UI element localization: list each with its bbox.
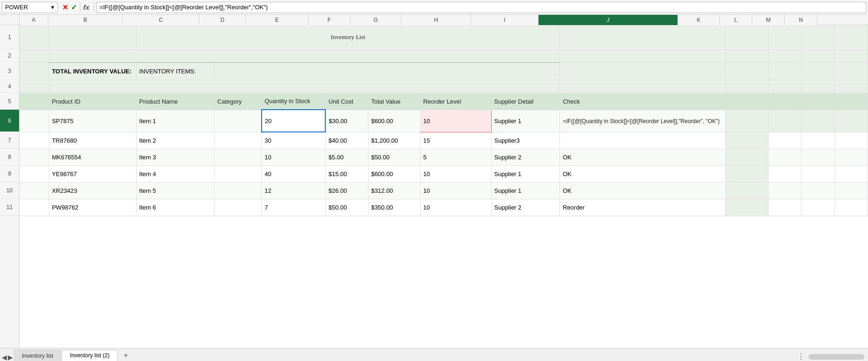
cell-k6[interactable]	[726, 110, 769, 132]
cell-j10-check[interactable]: OK	[560, 182, 726, 199]
cell-h10-reorder-level[interactable]: 10	[420, 182, 491, 199]
cell-j3[interactable]	[560, 62, 726, 80]
tab-nav-prev[interactable]: ◀	[2, 354, 7, 361]
cell-c9-product-name[interactable]: Item 4	[136, 165, 214, 182]
cell-a9[interactable]	[20, 165, 49, 182]
row-num-2[interactable]: 2	[0, 49, 19, 62]
cell-b10-product-id[interactable]: XR23423	[49, 182, 136, 199]
confirm-icon[interactable]: ✓	[71, 3, 77, 12]
cell-m7[interactable]	[802, 132, 835, 149]
row-num-4[interactable]: 4	[0, 80, 19, 93]
cell-i9-supplier[interactable]: Supplier 1	[491, 165, 560, 182]
col-header-b[interactable]: B	[48, 15, 123, 25]
cell-title[interactable]: Inventory List	[136, 25, 560, 49]
cell-c10-product-name[interactable]: Item 5	[136, 182, 214, 199]
horizontal-scrollbar[interactable]	[809, 354, 864, 360]
cell-i7-supplier[interactable]: Supplier3	[491, 132, 560, 149]
cell-e10-quantity[interactable]: 12	[262, 182, 326, 199]
cell-g5-total-value[interactable]: Total Value	[368, 93, 420, 110]
cell-h6-reorder-level[interactable]: 10	[420, 110, 491, 132]
cell-c3[interactable]: INVENTORY ITEMS:	[136, 62, 214, 80]
cell-k7[interactable]	[726, 132, 769, 149]
cell-n7[interactable]	[835, 132, 868, 149]
cell-g10-total-value[interactable]: $312.00	[368, 182, 420, 199]
cell-k1[interactable]	[726, 25, 769, 49]
cell-f5-unit-cost[interactable]: Unit Cost	[325, 93, 368, 110]
cell-l3[interactable]	[768, 62, 801, 80]
cell-m2[interactable]	[802, 49, 835, 62]
cell-m11[interactable]	[802, 199, 835, 216]
cell-l10[interactable]	[768, 182, 801, 199]
cell-c6-product-name[interactable]: Item 1	[136, 110, 214, 132]
col-header-j[interactable]: J	[539, 15, 678, 25]
cell-j5-check[interactable]: Check	[560, 93, 726, 110]
cell-m8[interactable]	[802, 149, 835, 165]
cell-n9[interactable]	[835, 165, 868, 182]
row-num-1[interactable]: 1	[0, 25, 19, 49]
cell-a4[interactable]	[20, 80, 49, 93]
cell-g11-total-value[interactable]: $350.00	[368, 199, 420, 216]
cell-m1[interactable]	[802, 25, 835, 49]
cell-g9-total-value[interactable]: $600.00	[368, 165, 420, 182]
cell-d11-category[interactable]	[214, 199, 262, 216]
cell-b11-product-id[interactable]: PW98762	[49, 199, 136, 216]
row-num-8[interactable]: 8	[0, 149, 19, 165]
cell-l8[interactable]	[768, 149, 801, 165]
row-num-7[interactable]: 7	[0, 132, 19, 149]
cell-j6-check[interactable]: =IF([@[Quantity in Stock]]<[@[Reorder Le…	[560, 110, 726, 132]
formula-input[interactable]	[96, 2, 866, 13]
cell-a7[interactable]	[20, 132, 49, 149]
cell-d5-category[interactable]: Category	[214, 93, 262, 110]
cell-n1[interactable]	[835, 25, 868, 49]
cell-j7-check[interactable]	[560, 132, 726, 149]
row-num-10[interactable]: 10	[0, 182, 19, 199]
cell-a6[interactable]	[20, 110, 49, 132]
cell-e5-quantity[interactable]: Quantity in Stock	[262, 93, 326, 110]
cell-l1[interactable]	[768, 25, 801, 49]
row-num-9[interactable]: 9	[0, 165, 19, 182]
cell-n2[interactable]	[835, 49, 868, 62]
col-header-e[interactable]: E	[246, 15, 309, 25]
cell-e6-quantity[interactable]: 20	[262, 110, 326, 132]
cell-k9[interactable]	[726, 165, 769, 182]
tab-add-button[interactable]: +	[120, 350, 132, 361]
cell-j8-check[interactable]: OK	[560, 149, 726, 165]
cell-b6-product-id[interactable]: SP7875	[49, 110, 136, 132]
cell-a2[interactable]	[20, 49, 49, 62]
cell-d9-category[interactable]	[214, 165, 262, 182]
cell-i10-supplier[interactable]: Supplier 1	[491, 182, 560, 199]
cell-j1[interactable]	[560, 25, 726, 49]
cell-i8-supplier[interactable]: Supplier 2	[491, 149, 560, 165]
cell-n11[interactable]	[835, 199, 868, 216]
cell-k3[interactable]	[726, 62, 769, 80]
col-header-d[interactable]: D	[199, 15, 246, 25]
cell-b4[interactable]	[49, 80, 560, 93]
col-header-m[interactable]: M	[752, 15, 785, 25]
col-header-g[interactable]: G	[350, 15, 401, 25]
name-box-dropdown-icon[interactable]: ▾	[51, 4, 54, 11]
cell-h7-reorder-level[interactable]: 15	[420, 132, 491, 149]
cell-n10[interactable]	[835, 182, 868, 199]
row-num-5[interactable]: 5	[0, 93, 19, 110]
col-header-h[interactable]: H	[401, 15, 471, 25]
cell-g6-total-value[interactable]: $600.00	[368, 110, 420, 132]
cell-d10-category[interactable]	[214, 182, 262, 199]
cell-m10[interactable]	[802, 182, 835, 199]
cell-l4[interactable]	[768, 80, 801, 93]
cell-c7-product-name[interactable]: Item 2	[136, 132, 214, 149]
cell-m4[interactable]	[802, 80, 835, 93]
tab-inventory-list-2[interactable]: Inventory list (2)	[62, 350, 117, 361]
cell-m3[interactable]	[802, 62, 835, 80]
cell-b1[interactable]	[49, 25, 136, 49]
cell-h11-reorder-level[interactable]: 10	[420, 199, 491, 216]
cell-m5[interactable]	[802, 93, 835, 110]
cell-f6-unit-cost[interactable]: $30.00	[325, 110, 368, 132]
cell-n5[interactable]	[835, 93, 868, 110]
cell-d7-category[interactable]	[214, 132, 262, 149]
row-num-3[interactable]: 3	[0, 62, 19, 80]
cell-e7-quantity[interactable]: 30	[262, 132, 326, 149]
cell-b9-product-id[interactable]: YE98767	[49, 165, 136, 182]
cell-j2[interactable]	[560, 49, 726, 62]
cell-f11-unit-cost[interactable]: $50.00	[325, 199, 368, 216]
cell-m9[interactable]	[802, 165, 835, 182]
